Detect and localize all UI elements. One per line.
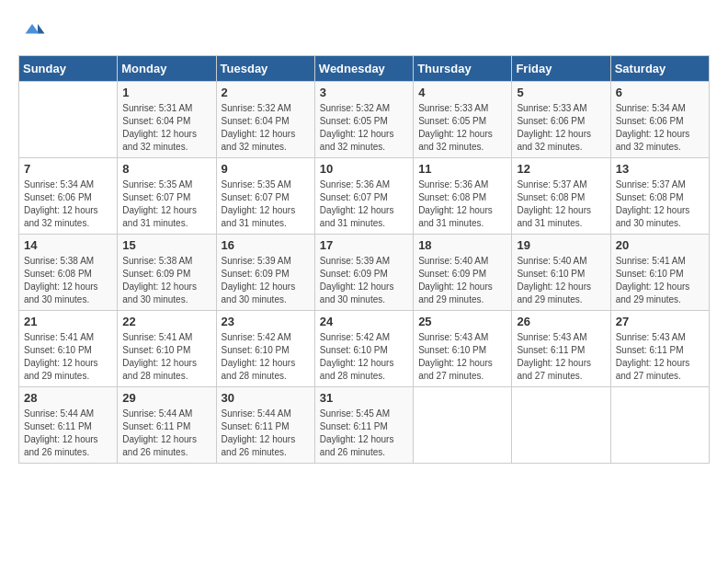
day-number: 3 xyxy=(320,86,408,99)
calendar-cell: 12Sunrise: 5:37 AMSunset: 6:08 PMDayligh… xyxy=(512,158,610,235)
calendar-cell: 19Sunrise: 5:40 AMSunset: 6:10 PMDayligh… xyxy=(512,235,610,311)
day-number: 19 xyxy=(517,238,605,252)
day-number: 18 xyxy=(418,238,506,252)
calendar-cell: 16Sunrise: 5:39 AMSunset: 6:09 PMDayligh… xyxy=(216,235,314,311)
day-info: Sunrise: 5:34 AMSunset: 6:06 PMDaylight:… xyxy=(616,102,704,154)
calendar-cell: 18Sunrise: 5:40 AMSunset: 6:09 PMDayligh… xyxy=(414,235,512,311)
day-number: 14 xyxy=(24,238,112,252)
day-info: Sunrise: 5:43 AMSunset: 6:11 PMDaylight:… xyxy=(616,331,704,383)
calendar-cell: 2Sunrise: 5:32 AMSunset: 6:04 PMDaylight… xyxy=(216,82,314,158)
day-number: 22 xyxy=(122,315,210,328)
day-number: 27 xyxy=(616,315,704,328)
day-info: Sunrise: 5:32 AMSunset: 6:05 PMDaylight:… xyxy=(320,102,408,154)
page-header xyxy=(18,18,710,46)
day-info: Sunrise: 5:44 AMSunset: 6:11 PMDaylight:… xyxy=(222,408,310,459)
day-info: Sunrise: 5:43 AMSunset: 6:11 PMDaylight:… xyxy=(517,331,605,383)
day-info: Sunrise: 5:35 AMSunset: 6:07 PMDaylight:… xyxy=(222,178,310,230)
calendar-cell: 4Sunrise: 5:33 AMSunset: 6:05 PMDaylight… xyxy=(414,82,512,158)
calendar-cell xyxy=(19,82,118,158)
column-header-friday: Friday xyxy=(512,56,610,82)
calendar-cell: 9Sunrise: 5:35 AMSunset: 6:07 PMDaylight… xyxy=(216,158,314,235)
day-info: Sunrise: 5:38 AMSunset: 6:08 PMDaylight:… xyxy=(24,255,112,306)
day-info: Sunrise: 5:31 AMSunset: 6:04 PMDaylight:… xyxy=(122,102,210,154)
calendar-cell: 14Sunrise: 5:38 AMSunset: 6:08 PMDayligh… xyxy=(19,235,118,311)
day-info: Sunrise: 5:39 AMSunset: 6:09 PMDaylight:… xyxy=(222,255,310,306)
day-info: Sunrise: 5:39 AMSunset: 6:09 PMDaylight:… xyxy=(320,255,408,306)
day-number: 16 xyxy=(222,238,310,252)
column-header-wednesday: Wednesday xyxy=(314,56,413,82)
day-number: 24 xyxy=(320,315,408,328)
day-number: 30 xyxy=(222,391,310,405)
calendar-cell xyxy=(414,387,512,464)
calendar-cell xyxy=(610,387,709,464)
calendar-cell xyxy=(512,387,610,464)
day-info: Sunrise: 5:33 AMSunset: 6:05 PMDaylight:… xyxy=(418,102,506,154)
calendar-cell: 28Sunrise: 5:44 AMSunset: 6:11 PMDayligh… xyxy=(19,387,118,464)
day-info: Sunrise: 5:33 AMSunset: 6:06 PMDaylight:… xyxy=(517,102,605,154)
calendar-cell: 25Sunrise: 5:43 AMSunset: 6:10 PMDayligh… xyxy=(414,311,512,387)
day-number: 6 xyxy=(616,86,704,99)
calendar-cell: 7Sunrise: 5:34 AMSunset: 6:06 PMDaylight… xyxy=(19,158,118,235)
column-header-tuesday: Tuesday xyxy=(216,56,314,82)
day-info: Sunrise: 5:37 AMSunset: 6:08 PMDaylight:… xyxy=(616,178,704,230)
day-number: 7 xyxy=(24,162,112,176)
day-info: Sunrise: 5:40 AMSunset: 6:09 PMDaylight:… xyxy=(418,255,506,306)
calendar-cell: 21Sunrise: 5:41 AMSunset: 6:10 PMDayligh… xyxy=(19,311,118,387)
calendar-cell: 29Sunrise: 5:44 AMSunset: 6:11 PMDayligh… xyxy=(118,387,216,464)
calendar-cell: 26Sunrise: 5:43 AMSunset: 6:11 PMDayligh… xyxy=(512,311,610,387)
calendar-cell: 13Sunrise: 5:37 AMSunset: 6:08 PMDayligh… xyxy=(610,158,709,235)
column-header-thursday: Thursday xyxy=(414,56,512,82)
day-number: 29 xyxy=(122,391,210,405)
calendar-cell: 20Sunrise: 5:41 AMSunset: 6:10 PMDayligh… xyxy=(610,235,709,311)
week-row-1: 1Sunrise: 5:31 AMSunset: 6:04 PMDaylight… xyxy=(19,82,710,158)
day-info: Sunrise: 5:41 AMSunset: 6:10 PMDaylight:… xyxy=(616,255,704,306)
day-number: 9 xyxy=(222,162,310,176)
week-row-4: 21Sunrise: 5:41 AMSunset: 6:10 PMDayligh… xyxy=(19,311,710,387)
day-info: Sunrise: 5:41 AMSunset: 6:10 PMDaylight:… xyxy=(122,331,210,383)
day-info: Sunrise: 5:44 AMSunset: 6:11 PMDaylight:… xyxy=(24,408,112,459)
day-info: Sunrise: 5:40 AMSunset: 6:10 PMDaylight:… xyxy=(517,255,605,306)
day-info: Sunrise: 5:41 AMSunset: 6:10 PMDaylight:… xyxy=(24,331,112,383)
header-row: SundayMondayTuesdayWednesdayThursdayFrid… xyxy=(19,56,710,82)
day-number: 20 xyxy=(616,238,704,252)
day-number: 1 xyxy=(122,86,210,99)
calendar-cell: 3Sunrise: 5:32 AMSunset: 6:05 PMDaylight… xyxy=(314,82,413,158)
calendar-cell: 11Sunrise: 5:36 AMSunset: 6:08 PMDayligh… xyxy=(414,158,512,235)
calendar-table: SundayMondayTuesdayWednesdayThursdayFrid… xyxy=(18,55,710,464)
day-number: 12 xyxy=(517,162,605,176)
day-info: Sunrise: 5:45 AMSunset: 6:11 PMDaylight:… xyxy=(320,408,408,459)
calendar-cell: 22Sunrise: 5:41 AMSunset: 6:10 PMDayligh… xyxy=(118,311,216,387)
day-number: 26 xyxy=(517,315,605,328)
day-info: Sunrise: 5:34 AMSunset: 6:06 PMDaylight:… xyxy=(24,178,112,230)
week-row-3: 14Sunrise: 5:38 AMSunset: 6:08 PMDayligh… xyxy=(19,235,710,311)
day-number: 25 xyxy=(418,315,506,328)
day-number: 17 xyxy=(320,238,408,252)
day-info: Sunrise: 5:37 AMSunset: 6:08 PMDaylight:… xyxy=(517,178,605,230)
day-number: 8 xyxy=(122,162,210,176)
day-info: Sunrise: 5:42 AMSunset: 6:10 PMDaylight:… xyxy=(320,331,408,383)
week-row-2: 7Sunrise: 5:34 AMSunset: 6:06 PMDaylight… xyxy=(19,158,710,235)
calendar-cell: 1Sunrise: 5:31 AMSunset: 6:04 PMDaylight… xyxy=(118,82,216,158)
day-number: 5 xyxy=(517,86,605,99)
calendar-cell: 30Sunrise: 5:44 AMSunset: 6:11 PMDayligh… xyxy=(216,387,314,464)
day-info: Sunrise: 5:36 AMSunset: 6:07 PMDaylight:… xyxy=(320,178,408,230)
calendar-cell: 23Sunrise: 5:42 AMSunset: 6:10 PMDayligh… xyxy=(216,311,314,387)
logo-icon xyxy=(18,18,46,46)
day-info: Sunrise: 5:43 AMSunset: 6:10 PMDaylight:… xyxy=(418,331,506,383)
day-number: 4 xyxy=(418,86,506,99)
day-number: 31 xyxy=(320,391,408,405)
column-header-monday: Monday xyxy=(118,56,216,82)
calendar-cell: 24Sunrise: 5:42 AMSunset: 6:10 PMDayligh… xyxy=(314,311,413,387)
calendar-cell: 27Sunrise: 5:43 AMSunset: 6:11 PMDayligh… xyxy=(610,311,709,387)
day-info: Sunrise: 5:32 AMSunset: 6:04 PMDaylight:… xyxy=(222,102,310,154)
day-info: Sunrise: 5:42 AMSunset: 6:10 PMDaylight:… xyxy=(222,331,310,383)
day-number: 11 xyxy=(418,162,506,176)
day-info: Sunrise: 5:35 AMSunset: 6:07 PMDaylight:… xyxy=(122,178,210,230)
day-number: 23 xyxy=(222,315,310,328)
calendar-cell: 10Sunrise: 5:36 AMSunset: 6:07 PMDayligh… xyxy=(314,158,413,235)
calendar-cell: 6Sunrise: 5:34 AMSunset: 6:06 PMDaylight… xyxy=(610,82,709,158)
day-number: 10 xyxy=(320,162,408,176)
day-number: 15 xyxy=(122,238,210,252)
column-header-saturday: Saturday xyxy=(610,56,709,82)
day-number: 2 xyxy=(222,86,310,99)
